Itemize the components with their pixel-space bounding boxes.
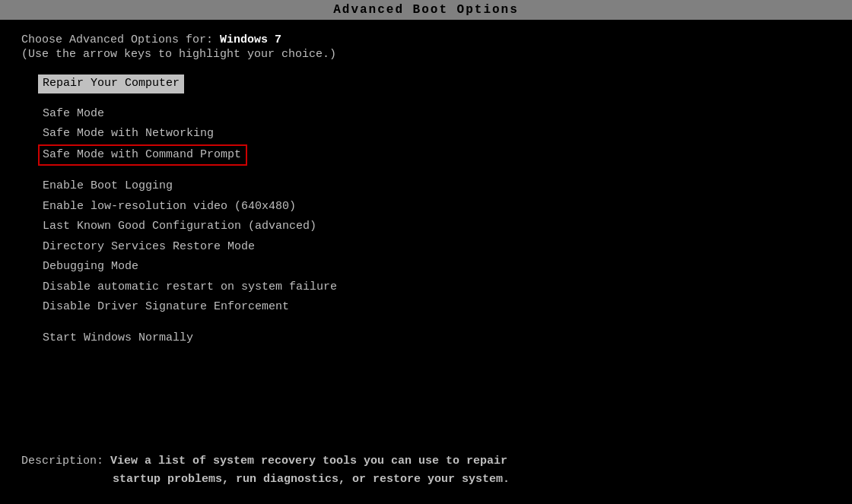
repair-computer-item[interactable]: Repair Your Computer	[21, 74, 831, 94]
safe-mode-cmd-label: Safe Mode with Command Prompt	[38, 144, 247, 166]
safe-mode-item[interactable]: Safe Mode	[21, 104, 831, 125]
debugging-mode-item[interactable]: Debugging Mode	[21, 257, 831, 277]
safe-mode-networking-item[interactable]: Safe Mode with Networking	[21, 124, 831, 144]
description-label: Description:	[21, 455, 110, 468]
description-text-2: startup problems, run diagnostics, or re…	[113, 473, 510, 486]
choose-prefix: Choose Advanced Options for:	[21, 33, 220, 46]
description-text-1: View a list of system recovery tools you…	[110, 455, 507, 468]
os-name: Windows 7	[220, 33, 281, 46]
bios-screen: Advanced Boot Options Choose Advanced Op…	[0, 0, 852, 504]
arrow-hint-line: (Use the arrow keys to highlight your ch…	[21, 48, 831, 61]
description-area: Description: View a list of system recov…	[21, 452, 831, 489]
last-known-good-item[interactable]: Last Known Good Configuration (advanced)	[21, 217, 831, 237]
repair-label: Repair Your Computer	[38, 74, 184, 94]
disable-driver-item[interactable]: Disable Driver Signature Enforcement	[21, 297, 831, 318]
enable-boot-logging-item[interactable]: Enable Boot Logging	[21, 176, 831, 197]
start-normally-item[interactable]: Start Windows Normally	[21, 328, 831, 349]
enable-low-res-item[interactable]: Enable low-resolution video (640x480)	[21, 197, 831, 217]
title-bar: Advanced Boot Options	[0, 0, 852, 20]
directory-services-item[interactable]: Directory Services Restore Mode	[21, 237, 831, 258]
safe-mode-cmd-item[interactable]: Safe Mode with Command Prompt	[21, 144, 831, 166]
disable-restart-item[interactable]: Disable automatic restart on system fail…	[21, 277, 831, 298]
choose-line-1: Choose Advanced Options for: Windows 7	[21, 33, 831, 46]
